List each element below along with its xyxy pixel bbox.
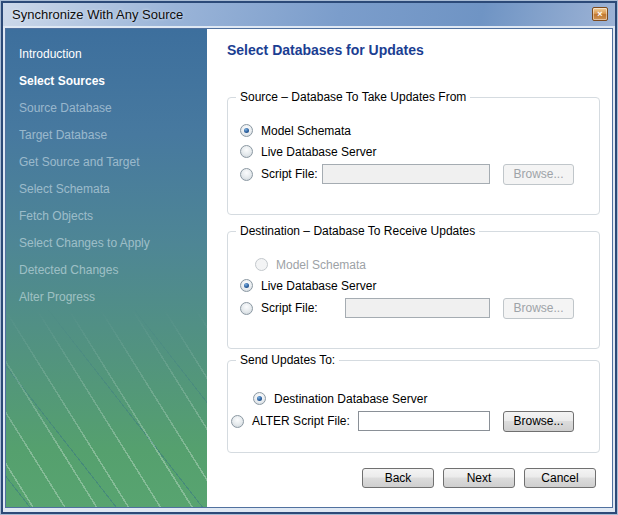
sidebar-item-fetch-objects: Fetch Objects (6, 203, 207, 230)
radio-icon-source-script-file[interactable] (240, 168, 253, 181)
alter-script-file-input[interactable] (358, 411, 490, 431)
groupbox-send-updates-title: Send Updates To: (236, 353, 339, 367)
sidebar-item-get-source-target: Get Source and Target (6, 149, 207, 176)
groupbox-send-updates: Send Updates To: Destination Database Se… (227, 360, 600, 453)
window-title: Synchronize With Any Source (12, 7, 183, 22)
radio-row-destination-live-database-server[interactable]: Live Database Server (240, 275, 599, 296)
page-title: Select Databases for Updates (227, 42, 612, 58)
alter-browse-button[interactable]: Browse... (503, 411, 574, 432)
sidebar-item-select-schemata: Select Schemata (6, 176, 207, 203)
radio-label: ALTER Script File: (252, 414, 350, 428)
radio-icon-destination-live-database-server[interactable] (240, 279, 253, 292)
sidebar-item-alter-progress: Alter Progress (6, 284, 207, 311)
radio-label: Live Database Server (261, 145, 376, 159)
radio-label: Model Schemata (261, 124, 351, 138)
radio-icon-destination-script-file[interactable] (240, 302, 253, 315)
back-button[interactable]: Back (362, 468, 434, 488)
sidebar-item-target-database: Target Database (6, 122, 207, 149)
radio-row-source-script-file: Script File: Browse... (240, 162, 599, 186)
cancel-button[interactable]: Cancel (524, 468, 596, 488)
radio-label: Script File: (261, 301, 318, 315)
groupbox-destination: Destination – Database To Receive Update… (227, 231, 600, 349)
sidebar-item-source-database: Source Database (6, 95, 207, 122)
sidebar-item-introduction: Introduction (6, 41, 207, 68)
sidebar-decoration (6, 292, 207, 507)
radio-row-source-live-database-server[interactable]: Live Database Server (240, 141, 599, 162)
radio-row-destination-database-server[interactable]: Destination Database Server (253, 388, 599, 409)
wizard-footer: Back Next Cancel (362, 468, 596, 488)
radio-row-destination-model-schemata: Model Schemata (255, 254, 599, 275)
radio-label: Model Schemata (276, 258, 366, 272)
sidebar-item-detected-changes: Detected Changes (6, 257, 207, 284)
radio-label: Live Database Server (261, 279, 376, 293)
destination-script-file-input (345, 298, 490, 318)
radio-row-source-model-schemata[interactable]: Model Schemata (240, 120, 599, 141)
radio-row-alter-script-file: ALTER Script File: Browse... (231, 409, 599, 433)
titlebar: Synchronize With Any Source × (3, 3, 615, 26)
close-icon: × (597, 9, 602, 19)
radio-icon-destination-model-schemata (255, 258, 268, 271)
close-button[interactable]: × (592, 7, 608, 21)
sidebar-item-select-changes: Select Changes to Apply (6, 230, 207, 257)
source-browse-button: Browse... (503, 164, 574, 185)
radio-row-destination-script-file: Script File: Browse... (240, 296, 599, 320)
window: Synchronize With Any Source × Introducti… (0, 0, 618, 515)
radio-icon-alter-script-file[interactable] (231, 415, 244, 428)
groupbox-source-title: Source – Database To Take Updates From (236, 90, 470, 104)
radio-label: Destination Database Server (274, 392, 427, 406)
next-button[interactable]: Next (443, 468, 515, 488)
groupbox-destination-title: Destination – Database To Receive Update… (236, 224, 479, 238)
radio-icon-destination-database-server[interactable] (253, 392, 266, 405)
sidebar-item-select-sources: Select Sources (6, 68, 207, 95)
source-script-file-input (322, 164, 490, 184)
main-pane: Select Databases for Updates Source – Da… (207, 29, 612, 507)
radio-icon-source-live-database-server[interactable] (240, 145, 253, 158)
groupbox-source: Source – Database To Take Updates From M… (227, 97, 600, 215)
destination-browse-button: Browse... (503, 298, 574, 319)
wizard-sidebar: Introduction Select Sources Source Datab… (6, 29, 207, 507)
radio-label: Script File: (261, 167, 318, 181)
radio-icon-source-model-schemata[interactable] (240, 124, 253, 137)
content-area: Introduction Select Sources Source Datab… (5, 28, 613, 508)
